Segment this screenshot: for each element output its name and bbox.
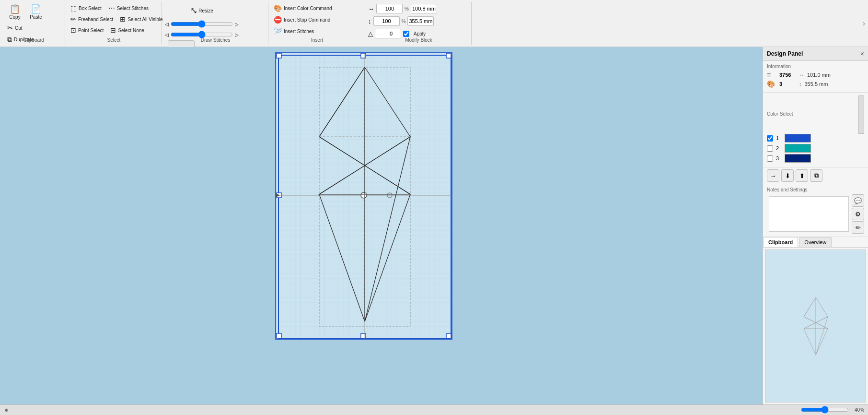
select-none-icon: ⊟ (110, 26, 116, 34)
apply-checkbox[interactable] (403, 31, 409, 37)
design-panel: Design Panel × Information ≡ 3756 ↔ 101.… (763, 47, 868, 404)
notes-edit-button[interactable]: ✏ (852, 221, 864, 234)
point-select-button[interactable]: ⊡ Point Select (68, 25, 106, 36)
select-stitches-icon: ⋯ (108, 4, 115, 12)
move-down-button[interactable]: ⬇ (781, 169, 794, 182)
freehand-select-button[interactable]: ✏ Freehand Select (68, 14, 116, 24)
color-row-1: 1 (767, 134, 864, 142)
status-info (801, 406, 849, 415)
design-panel-header: Design Panel × (763, 47, 868, 61)
close-panel-button[interactable]: × (860, 50, 864, 58)
paste-icon: 📄 (31, 5, 41, 13)
toolbar: 📋 Copy 📄 Paste ✂ Cut ⧉ Duplicate 🗑 Delet (0, 0, 868, 47)
svg-rect-9 (446, 333, 451, 338)
svg-line-28 (816, 297, 828, 317)
select-none-button[interactable]: ⊟ Select None (108, 25, 146, 36)
clipboard-group: 📋 Copy 📄 Paste ✂ Cut ⧉ Duplicate 🗑 Delet (3, 2, 65, 45)
select-stitches-button[interactable]: ⋯ Select Stitches (106, 3, 151, 13)
toolbar-collapse-handle[interactable]: › (863, 2, 865, 45)
main-area: Design Panel × Information ≡ 3756 ↔ 101.… (0, 47, 868, 404)
notes-settings-button[interactable]: ⚙ (852, 208, 864, 220)
move-up-button[interactable]: ⬆ (796, 169, 808, 182)
information-section: Information ≡ 3756 ↔ 101.0 mm 🎨 3 ↕ 355.… (763, 61, 868, 93)
color-row-2: 2 (767, 144, 864, 153)
go-to-color-button[interactable]: → (767, 169, 779, 182)
notes-textarea[interactable] (769, 196, 849, 232)
height-scale-icon: ↕ (368, 18, 371, 25)
insert-stitches-button[interactable]: 🪡 Insert Stitches (271, 26, 335, 36)
svg-line-31 (804, 329, 816, 355)
tab-overview[interactable]: Overview (799, 237, 832, 247)
statusbar: 🖱 40% (0, 404, 868, 415)
panel-action-buttons: → ⬇ ⬆ ⧉ (763, 167, 868, 184)
color-swatch-3[interactable] (785, 154, 811, 163)
resize-icon: ⤡ (190, 6, 197, 15)
freehand-select-icon: ✏ (70, 15, 76, 23)
height-mm-value: 355.5 mm (805, 81, 828, 87)
select-all-icon: ⊞ (120, 15, 126, 23)
stitch-count-value: 3756 (779, 72, 796, 78)
insert-stitches-icon: 🪡 (274, 27, 282, 35)
cut-button[interactable]: ✂ Cut (5, 23, 36, 33)
copy-icon: 📋 (10, 5, 20, 13)
color-row-3: 3 (767, 154, 864, 163)
svg-rect-8 (361, 333, 366, 338)
tab-row: Clipboard Overview (763, 237, 868, 248)
color-list: 123 (767, 134, 864, 163)
insert-color-command-button[interactable]: 🎨 Insert Color Command (271, 3, 335, 13)
preview-tabs-area: Clipboard Overview (763, 237, 868, 404)
svg-line-27 (804, 297, 816, 317)
point-select-icon: ⊡ (70, 26, 76, 34)
notes-side-buttons: 💬 ⚙ ✏ (852, 194, 864, 234)
slider-top[interactable] (171, 20, 233, 28)
color-count-value: 3 (779, 81, 796, 87)
box-select-button[interactable]: ⬚ Box Select (68, 3, 104, 13)
panel-title: Design Panel (767, 50, 803, 57)
color-checkbox-1[interactable] (767, 135, 773, 142)
select-group: ⬚ Box Select ⋯ Select Stitches ✏ Freehan… (66, 2, 162, 45)
stop-command-icon: ⛔ (274, 16, 282, 24)
svg-rect-7 (277, 333, 281, 338)
svg-marker-26 (804, 297, 828, 355)
cut-icon: ✂ (7, 24, 13, 32)
draw-stitches-group: ⤡ Resize ◁ ▷ ◁ ▷ ⠿ Draw All Stitches (163, 2, 268, 45)
svg-rect-4 (361, 53, 366, 58)
height-mm-input[interactable] (407, 16, 434, 26)
select-all-visible-button[interactable]: ⊞ Select All Visible (117, 14, 165, 24)
color-checkbox-3[interactable] (767, 155, 773, 162)
notes-chat-button[interactable]: 💬 (852, 194, 864, 207)
zoom-level: 40% (855, 407, 864, 413)
mouse-icon: 🖱 (4, 407, 9, 413)
canvas-inner (275, 52, 452, 340)
insert-stop-command-button[interactable]: ⛔ Insert Stop Command (271, 14, 335, 25)
merge-button[interactable]: ⧉ (810, 169, 822, 182)
tab-clipboard[interactable]: Clipboard (763, 237, 798, 247)
color-command-icon: 🎨 (274, 4, 282, 12)
notes-settings-section: Notes and Settings 💬 ⚙ ✏ (763, 184, 868, 237)
stitch-count-icon: ≡ (767, 71, 776, 79)
clipboard-thumbnail (765, 249, 866, 403)
insert-group: 🎨 Insert Color Command ⛔ Insert Stop Com… (269, 2, 365, 45)
resize-button[interactable]: ⤡ Resize (165, 3, 239, 18)
color-scrollbar[interactable] (858, 95, 864, 134)
copy-button[interactable]: 📋 Copy (5, 3, 25, 22)
box-select-icon: ⬚ (70, 4, 77, 12)
angle-input[interactable] (375, 29, 401, 38)
paste-button[interactable]: 📄 Paste (26, 3, 46, 22)
height-percent-input[interactable] (373, 16, 400, 26)
color-select-title: Color Select (767, 111, 793, 117)
color-select-section: Color Select 123 (763, 93, 868, 167)
color-swatch-1[interactable] (785, 134, 811, 142)
color-swatch-2[interactable] (785, 144, 811, 153)
svg-rect-3 (277, 53, 281, 58)
angle-icon: △ (368, 30, 373, 37)
svg-rect-5 (446, 53, 451, 58)
apply-button[interactable]: Apply (411, 30, 428, 38)
color-checkbox-2[interactable] (767, 145, 773, 152)
width-percent-input[interactable] (376, 4, 403, 13)
zoom-slider[interactable] (801, 406, 849, 414)
svg-point-13 (361, 192, 367, 198)
canvas-area[interactable] (0, 47, 763, 404)
width-mm-input[interactable] (411, 4, 437, 13)
notes-label: Notes and Settings (767, 187, 864, 192)
